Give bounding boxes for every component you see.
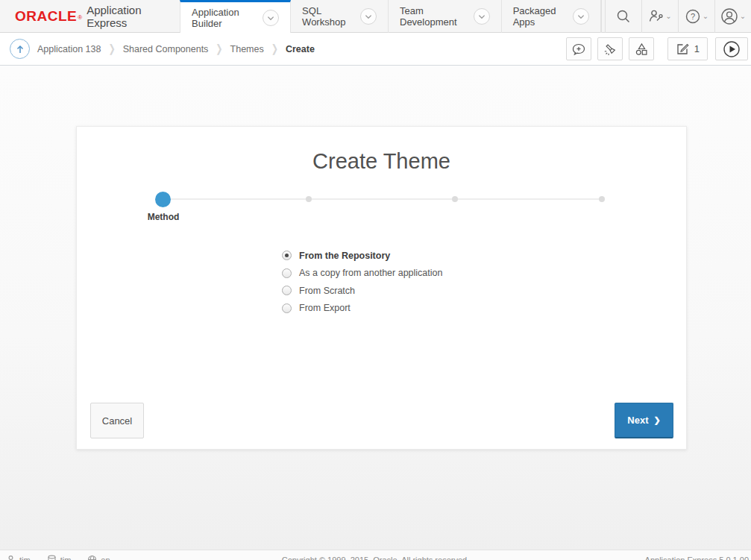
account-icon[interactable]: ⌄ <box>715 0 751 33</box>
comment-plus-icon <box>571 42 586 57</box>
option-from-scratch[interactable]: From Scratch <box>282 282 442 300</box>
footer-version: Application Express 5.0.1.00 <box>645 556 749 560</box>
header-utility-icons: ⌄ ? ⌄ ⌄ <box>601 0 751 32</box>
administration-icon[interactable]: ⌄ <box>642 0 678 33</box>
chevron-down-icon[interactable] <box>474 8 490 25</box>
cancel-button[interactable]: Cancel <box>90 403 144 438</box>
chevron-down-icon[interactable] <box>573 8 589 25</box>
run-application-button[interactable] <box>715 37 748 60</box>
oracle-apex-logo: ORACLE ® Application Express <box>0 0 180 32</box>
next-button-label: Next <box>627 415 648 426</box>
page-footer: tim tim en Copyright © 1999, 2015, Oracl… <box>0 550 751 560</box>
wizard-step-dot <box>306 196 312 202</box>
breadcrumb-application-138[interactable]: Application 138 <box>37 44 101 54</box>
chevron-right-icon: ❯ <box>653 415 660 425</box>
tab-label: Team Development <box>400 5 467 28</box>
theme-roller-button[interactable] <box>597 37 623 60</box>
chevron-down-icon[interactable] <box>263 10 279 26</box>
breadcrumb-separator-icon: ❯ <box>271 43 278 56</box>
edit-page-button[interactable]: 1 <box>667 37 708 60</box>
wizard-title: Create Theme <box>77 149 686 174</box>
wizard-progress-line <box>163 198 602 200</box>
wizard-step-current-dot <box>155 192 171 207</box>
breadcrumb: Application 138 ❯ Shared Components ❯ Th… <box>37 44 315 54</box>
product-name-text: Application Express <box>87 4 163 29</box>
main-nav-tabs: Application Builder SQL Workshop Team De… <box>180 0 601 33</box>
breadcrumb-separator-icon: ❯ <box>216 43 222 56</box>
flashlight-icon <box>603 42 618 57</box>
option-as-a-copy[interactable]: As a copy from another application <box>282 265 442 283</box>
radio-selected-icon[interactable] <box>282 251 292 260</box>
chevron-down-icon[interactable] <box>360 8 377 25</box>
help-icon[interactable]: ? ⌄ <box>679 0 714 33</box>
search-icon[interactable] <box>606 0 641 33</box>
radio-icon[interactable] <box>282 286 292 295</box>
tab-label: Application Builder <box>192 7 256 29</box>
option-label: From Export <box>299 303 351 313</box>
option-label: As a copy from another application <box>299 268 442 278</box>
edit-page-icon <box>676 42 690 56</box>
next-button[interactable]: Next ❯ <box>615 403 673 438</box>
oracle-brand-text: ORACLE <box>15 8 77 25</box>
radio-icon[interactable] <box>282 268 292 278</box>
tab-sql-workshop[interactable]: SQL Workshop <box>291 0 389 33</box>
tab-label: Packaged Apps <box>513 5 566 28</box>
option-from-the-repository[interactable]: From the Repository <box>282 247 442 265</box>
create-theme-method-options: From the Repository As a copy from anoth… <box>282 247 442 317</box>
chevron-down-icon: ⌄ <box>703 12 708 20</box>
apex-create-theme-page: ORACLE ® Application Express Application… <box>0 0 751 560</box>
chevron-down-icon: ⌄ <box>665 12 671 20</box>
option-label: From the Repository <box>299 251 390 261</box>
edit-page-number: 1 <box>694 43 700 54</box>
breadcrumb-create-current: Create <box>286 44 315 54</box>
footer-copyright: Copyright © 1999, 2015, Oracle. All righ… <box>0 556 751 560</box>
play-icon <box>723 40 741 58</box>
breadcrumb-themes[interactable]: Themes <box>230 44 264 54</box>
option-label: From Scratch <box>299 286 355 296</box>
registered-mark: ® <box>78 14 82 21</box>
breadcrumb-separator-icon: ❯ <box>108 43 115 56</box>
tab-label: SQL Workshop <box>302 5 353 28</box>
radio-icon[interactable] <box>282 303 292 313</box>
main-content-area: Create Theme Method From the Repository … <box>0 66 751 560</box>
shared-components-button[interactable] <box>629 37 654 60</box>
chevron-down-icon: ⌄ <box>740 12 746 20</box>
breadcrumb-bar: Application 138 ❯ Shared Components ❯ Th… <box>0 33 751 66</box>
divider <box>601 0 602 33</box>
go-up-icon[interactable] <box>10 39 30 59</box>
breadcrumb-shared-components[interactable]: Shared Components <box>123 44 209 54</box>
option-from-export[interactable]: From Export <box>282 300 442 318</box>
page-action-buttons: 1 <box>566 37 751 60</box>
top-nav-bar: ORACLE ® Application Express Application… <box>0 0 751 33</box>
shapes-icon <box>634 42 649 57</box>
tab-application-builder[interactable]: Application Builder <box>180 0 291 33</box>
wizard-step-dot <box>599 196 605 202</box>
svg-text:?: ? <box>691 12 695 21</box>
wizard-step-dot <box>452 196 458 202</box>
tab-team-development[interactable]: Team Development <box>389 0 502 33</box>
wizard-step-label: Method <box>133 212 194 222</box>
create-theme-wizard-card: Create Theme Method From the Repository … <box>76 126 687 450</box>
tab-packaged-apps[interactable]: Packaged Apps <box>502 0 601 33</box>
feedback-button[interactable] <box>566 37 591 60</box>
